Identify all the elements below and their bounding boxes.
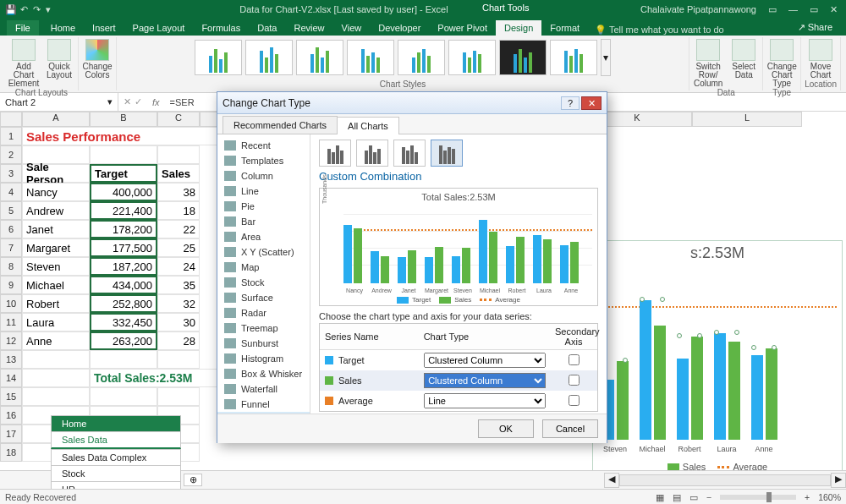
tab-home[interactable]: Home	[42, 20, 84, 36]
formula-bar[interactable]: =SER	[165, 97, 200, 107]
chart-type-templates[interactable]: Templates	[217, 153, 310, 168]
row-header[interactable]: 8	[0, 257, 22, 276]
person-cell[interactable]: Nancy	[22, 183, 90, 201]
title-cell[interactable]: Sales Performance	[22, 127, 225, 145]
cancel-formula-icon[interactable]: ✕	[124, 96, 131, 107]
sheet-tab[interactable]: Sales Data Complex	[51, 449, 181, 465]
col-A[interactable]: A	[22, 112, 90, 127]
cancel-button[interactable]: Cancel	[542, 419, 598, 438]
tab-power-pivot[interactable]: Power Pivot	[429, 20, 496, 36]
row-header[interactable]: 1	[0, 127, 22, 145]
cell[interactable]	[157, 145, 200, 164]
row-header[interactable]: 16	[0, 406, 22, 425]
tab-formulas[interactable]: Formulas	[193, 20, 249, 36]
tell-me[interactable]: Tell me what you want to do	[609, 25, 724, 35]
cell[interactable]	[22, 387, 90, 406]
row-header[interactable]: 4	[0, 183, 22, 201]
series-type-select[interactable]: Line	[424, 393, 546, 408]
target-cell[interactable]: 400,000	[90, 183, 157, 201]
chart-type-x-y-scatter-[interactable]: X Y (Scatter)	[217, 244, 310, 260]
row-header[interactable]: 14	[0, 369, 22, 387]
user-name[interactable]: Chalaivate Pipatpannawong	[637, 4, 760, 14]
chart-type-waterfall[interactable]: Waterfall	[217, 381, 310, 397]
change-colors-button[interactable]: Change Colors	[82, 39, 113, 79]
combo-subtype-2[interactable]	[356, 140, 388, 167]
zoom-in-icon[interactable]: +	[805, 492, 810, 502]
row-header[interactable]: 18	[0, 443, 22, 462]
target-cell[interactable]: 434,000	[90, 276, 157, 294]
target-cell[interactable]: 263,200	[90, 331, 157, 350]
chart-type-box-whisker[interactable]: Box & Whisker	[217, 366, 310, 381]
new-sheet-button[interactable]: ⊕	[184, 474, 202, 486]
name-box[interactable]: Chart 2▾	[0, 93, 118, 111]
tab-file[interactable]: File	[7, 20, 39, 36]
share-button[interactable]: ↗ Share	[791, 19, 839, 36]
tab-design[interactable]: Design	[496, 20, 541, 36]
enter-formula-icon[interactable]: ✓	[135, 96, 142, 107]
chart-type-radar[interactable]: Radar	[217, 305, 310, 320]
chart-type-recent[interactable]: Recent	[217, 138, 310, 153]
person-cell[interactable]: Laura	[22, 313, 90, 331]
tab-view[interactable]: View	[333, 20, 371, 36]
person-cell[interactable]: Michael	[22, 276, 90, 294]
person-cell[interactable]: Robert	[22, 294, 90, 313]
chart-type-pie[interactable]: Pie	[217, 199, 310, 214]
target-cell[interactable]: 177,500	[90, 238, 157, 257]
chart-type-map[interactable]: Map	[217, 260, 310, 275]
dialog-close-icon[interactable]: ✕	[581, 96, 602, 110]
chart-type-histogram[interactable]: Histogram	[217, 351, 310, 366]
person-cell[interactable]: Margaret	[22, 238, 90, 257]
person-cell[interactable]: Anne	[22, 331, 90, 350]
switch-row-col-button[interactable]: Switch Row/ Column	[693, 39, 723, 88]
col-C[interactable]: C	[157, 112, 200, 127]
total-sales[interactable]: Total Sales:2.53M	[90, 369, 225, 387]
hdr-person[interactable]: Sale Person	[22, 164, 90, 183]
ribbon-display-icon[interactable]: ▭	[765, 4, 780, 15]
hscroll-left[interactable]: ◀	[604, 473, 619, 488]
person-cell[interactable]: Janet	[22, 220, 90, 238]
sales-cell[interactable]: 25	[157, 238, 200, 257]
quick-layout-button[interactable]: Quick Layout	[44, 39, 74, 79]
ok-button[interactable]: OK	[478, 419, 534, 438]
row-header[interactable]: 15	[0, 387, 22, 406]
row-header[interactable]: 11	[0, 313, 22, 331]
change-chart-type-button[interactable]: Change Chart Type	[766, 39, 797, 88]
cell[interactable]	[157, 350, 200, 369]
sheet-tab[interactable]: Stock	[51, 465, 181, 481]
col-B[interactable]: B	[90, 112, 157, 127]
cell[interactable]	[157, 387, 200, 406]
cell[interactable]	[90, 350, 157, 369]
sales-cell[interactable]: 28	[157, 331, 200, 350]
undo-icon[interactable]: ↶	[20, 4, 28, 15]
sales-cell[interactable]: 32	[157, 294, 200, 313]
sales-cell[interactable]: 22	[157, 220, 200, 238]
tab-format[interactable]: Format	[541, 20, 588, 36]
target-cell[interactable]: 221,400	[90, 201, 157, 220]
combo-subtype-1[interactable]	[319, 140, 351, 167]
embedded-chart[interactable]: s:2.53M StevenMichaelRobertLauraAnne Sal…	[592, 240, 843, 504]
save-icon[interactable]: 💾	[5, 4, 15, 14]
target-cell[interactable]: 332,450	[90, 313, 157, 331]
row-header[interactable]: 5	[0, 201, 22, 220]
tab-data[interactable]: Data	[249, 20, 285, 36]
col-L[interactable]: L	[692, 112, 802, 127]
tab-recommended-charts[interactable]: Recommended Charts	[222, 116, 338, 134]
cell[interactable]	[22, 369, 90, 387]
sheet-tab[interactable]: Home	[51, 415, 181, 431]
person-cell[interactable]: Steven	[22, 257, 90, 276]
redo-icon[interactable]: ↷	[33, 4, 41, 15]
row-header[interactable]: 2	[0, 145, 22, 164]
secondary-axis-checkbox[interactable]	[569, 395, 580, 406]
row-header[interactable]: 12	[0, 331, 22, 350]
sales-cell[interactable]: 18	[157, 201, 200, 220]
chart-type-area[interactable]: Area	[217, 229, 310, 244]
chart-styles-gallery[interactable]: ▾	[195, 39, 611, 76]
dialog-help-icon[interactable]: ?	[561, 96, 580, 110]
sales-cell[interactable]: 38	[157, 183, 200, 201]
fx-icon[interactable]: fx	[147, 97, 165, 107]
cell[interactable]	[22, 350, 90, 369]
combo-subtype-3[interactable]	[393, 140, 426, 167]
zoom-out-icon[interactable]: −	[706, 492, 711, 502]
select-all-corner[interactable]	[0, 112, 22, 127]
add-chart-element-button[interactable]: Add Chart Element	[8, 39, 39, 88]
